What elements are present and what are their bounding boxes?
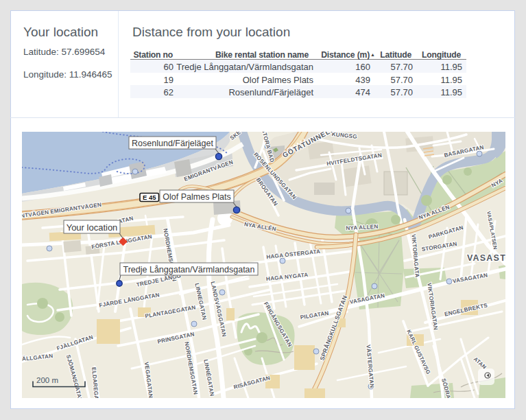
svg-text:Rosenlund/Färjeläget: Rosenlund/Färjeläget [132,139,213,148]
svg-text:Tredje Långgatan/Värmlandsgata: Tredje Långgatan/Värmlandsgatan [123,265,254,275]
svg-text:E 45: E 45 [143,194,156,201]
svg-text:Olof Palmes Plats: Olof Palmes Plats [163,192,230,202]
svg-text:Your location: Your location [67,222,118,233]
svg-text:VASASTADEN: VASASTADEN [467,253,505,263]
svg-text:200 m: 200 m [36,376,58,384]
